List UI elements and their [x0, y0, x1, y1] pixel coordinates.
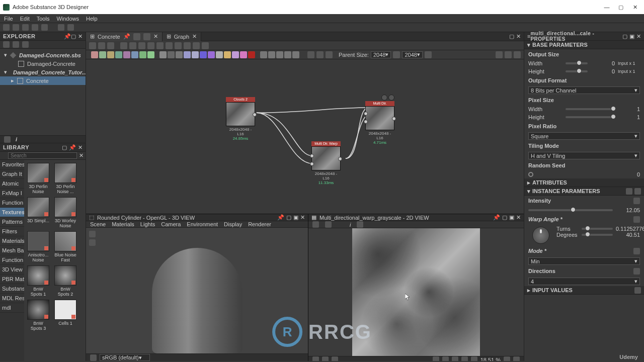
minimize-button[interactable]: ―: [601, 2, 613, 12]
library-thumb[interactable]: Anisotro... Noise: [27, 231, 49, 262]
lock-icon[interactable]: [393, 51, 400, 58]
frame-icon[interactable]: [193, 42, 200, 49]
menu-file[interactable]: File: [4, 16, 13, 22]
library-thumb[interactable]: 3D Perlin Noise ...: [54, 163, 76, 194]
select-tool-icon[interactable]: [89, 42, 96, 49]
menu-display[interactable]: Display: [224, 221, 242, 227]
graph-tab[interactable]: ⊞ Graph ✕: [163, 32, 202, 41]
library-thumb[interactable]: 3D Perlin Noise: [27, 163, 49, 194]
graph-tab-active[interactable]: ⊞ Concrete 📌 ✕: [86, 32, 163, 41]
graph-node-warp2[interactable]: Multi Dir. WarpGrayscal 2048x2048 - L16 …: [365, 95, 394, 145]
library-thumb[interactable]: BnW Spots 2: [54, 265, 76, 297]
node-chip-icon[interactable]: [240, 51, 247, 58]
node-output-port[interactable]: [253, 113, 257, 117]
view-icon[interactable]: [496, 51, 503, 58]
clip-icon[interactable]: [184, 42, 191, 49]
library-cat[interactable]: Mesh Ba: [0, 246, 24, 255]
library-thumb[interactable]: BnW Spots 3: [27, 300, 49, 331]
popout-icon[interactable]: ▢: [622, 33, 627, 40]
turns-slider[interactable]: [582, 228, 613, 230]
undo-icon[interactable]: [58, 24, 64, 31]
library-cat-selected[interactable]: Textures: [0, 208, 24, 217]
base-params-header[interactable]: ▾BASE PARAMETERS: [524, 41, 644, 49]
fill-tool-icon[interactable]: [322, 356, 329, 361]
library-thumb[interactable]: BnW Spots 1: [27, 265, 49, 297]
library-cat[interactable]: Function: [0, 255, 24, 265]
info-icon[interactable]: [120, 42, 127, 49]
redo-icon[interactable]: [67, 24, 74, 31]
directions-dropdown[interactable]: 4▾: [528, 278, 640, 285]
node-input-port[interactable]: [310, 162, 314, 166]
open-icon[interactable]: [13, 24, 19, 31]
close-panel-icon[interactable]: ✕: [516, 33, 521, 40]
library-cat[interactable]: MDL Res: [0, 294, 24, 303]
parent-size-b-dropdown[interactable]: 2048▾: [402, 51, 422, 58]
library-cat[interactable]: mdl: [0, 303, 24, 313]
menu-renderer[interactable]: Renderer: [248, 221, 271, 227]
node-input-port[interactable]: [310, 154, 314, 158]
toggle3-icon[interactable]: [326, 51, 333, 58]
graph-node-warp1[interactable]: Multi Dir. Warp Grayscale 2048x2048 - L1…: [311, 141, 341, 185]
tree-item-package[interactable]: ▾ Damaged_Concrete_Tutor...: [0, 68, 86, 76]
list-icon[interactable]: [626, 188, 632, 195]
reset-icon[interactable]: [633, 248, 640, 254]
output-format-dropdown[interactable]: 8 Bits per Channel▾: [528, 86, 640, 94]
node-output-port[interactable]: [392, 117, 396, 121]
library-cat[interactable]: Filters: [0, 227, 24, 236]
new-icon[interactable]: [3, 24, 10, 31]
node-chip-icon[interactable]: [268, 51, 275, 58]
tree-item-package[interactable]: ▾ Damaged-Concrete.sbs: [0, 51, 86, 59]
height-slider[interactable]: [566, 70, 588, 72]
library-cat[interactable]: 3D View: [0, 265, 24, 275]
save-image-icon[interactable]: [312, 221, 319, 228]
library-cat[interactable]: FxMap I: [0, 189, 24, 198]
node-chip-icon[interactable]: [276, 51, 283, 58]
reload-icon[interactable]: [22, 24, 29, 31]
mask-tool-icon[interactable]: [332, 356, 338, 361]
close-panel-icon[interactable]: ✕: [78, 33, 83, 40]
library-thumb[interactable]: Cells 1: [54, 300, 76, 331]
node-chip-icon[interactable]: [159, 51, 167, 58]
lock-icon[interactable]: [513, 356, 520, 361]
parent-size-a-dropdown[interactable]: 2048▾: [371, 51, 391, 58]
layout-icon[interactable]: [138, 42, 145, 49]
node-chip-icon[interactable]: [248, 51, 255, 58]
menu-camera[interactable]: Camera: [161, 221, 181, 227]
saveall-icon[interactable]: [41, 24, 48, 31]
library-thumb[interactable]: Blue Noise Fast: [54, 231, 76, 262]
node-chip-icon[interactable]: [192, 51, 199, 58]
node-chip-icon[interactable]: [107, 51, 114, 58]
tree-item-graph[interactable]: Damaged-Concrete: [0, 59, 86, 68]
library-cat[interactable]: Substans: [0, 284, 24, 294]
seed-radio[interactable]: [528, 172, 533, 177]
tree-item-graph-selected[interactable]: ▸ Concrete: [0, 76, 86, 85]
tiling-dropdown[interactable]: H and V Tiling▾: [528, 152, 640, 159]
fit-icon[interactable]: [442, 356, 449, 361]
close-panel-icon[interactable]: ✕: [78, 144, 83, 151]
library-cat[interactable]: PBR Mat: [0, 275, 24, 284]
menu-help[interactable]: Help: [86, 16, 98, 22]
library-cat[interactable]: Materials: [0, 236, 24, 246]
ps-height-slider[interactable]: [566, 116, 613, 118]
node-chip-icon[interactable]: [139, 51, 146, 58]
toggle-icon[interactable]: [307, 51, 314, 58]
instance-params-header[interactable]: ▾INSTANCE PARAMETERS: [524, 187, 644, 196]
paint-tool-icon[interactable]: [312, 356, 319, 361]
reset-icon[interactable]: [633, 216, 640, 223]
intensity-value[interactable]: 12.05: [616, 207, 640, 213]
node-chip-icon[interactable]: [232, 51, 239, 58]
maximize-button[interactable]: ▢: [615, 2, 627, 12]
menu-scene[interactable]: Scene: [90, 221, 106, 227]
tab-action2-icon[interactable]: [143, 33, 150, 40]
popout-icon[interactable]: ▢: [502, 214, 507, 221]
library-search-input[interactable]: [8, 152, 77, 159]
node-input-port[interactable]: [364, 112, 368, 116]
library-cat[interactable]: Function: [0, 198, 24, 208]
ps-height-value[interactable]: 1: [616, 114, 640, 120]
view2-icon[interactable]: [505, 51, 512, 58]
node-action-icon[interactable]: [381, 95, 387, 101]
tab-close-icon[interactable]: ✕: [153, 33, 158, 40]
maximize-icon[interactable]: ▢: [71, 33, 76, 40]
gear-icon[interactable]: [634, 287, 641, 294]
save-icon[interactable]: [32, 24, 38, 31]
